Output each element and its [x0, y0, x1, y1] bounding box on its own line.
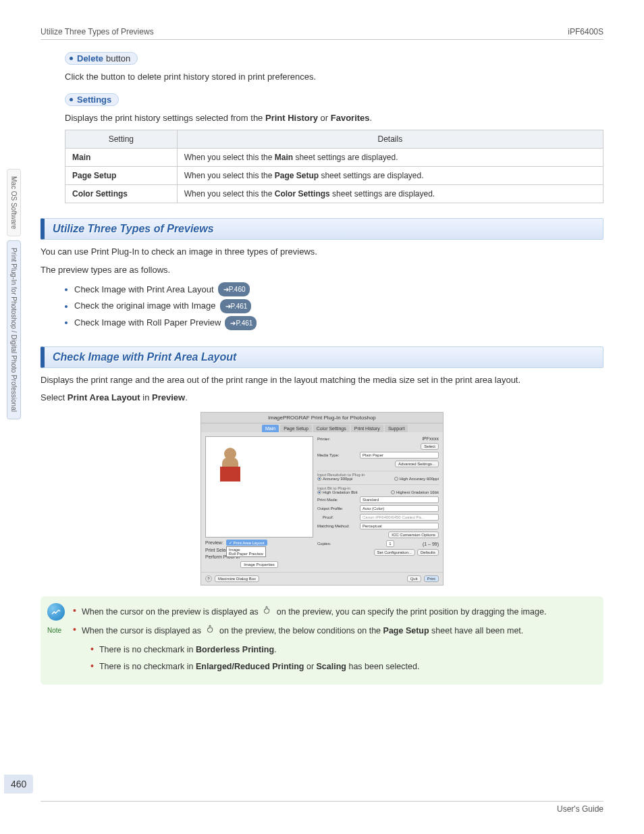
bullet-icon: •: [90, 643, 94, 657]
section-check-image: Check Image with Print Area Layout: [41, 346, 603, 368]
dialog-title: imagePROGRAF Print Plug-In for Photoshop: [201, 413, 443, 423]
set-config-button[interactable]: Set Configuration...: [374, 549, 415, 556]
media-select[interactable]: Plain Paper: [360, 452, 439, 459]
s1-p1: You can use Print Plug-In to check an im…: [41, 245, 603, 259]
table-row: Color SettingsWhen you select this the C…: [65, 185, 603, 203]
settings-table: SettingDetails MainWhen you select this …: [65, 130, 603, 203]
section-title: Utilize Three Types of Previews: [53, 223, 214, 234]
settings-header: Settings: [65, 93, 119, 106]
radio-300ppi[interactable]: Accuracy 300ppi: [317, 477, 352, 481]
list-item: Check the original image with Image➔P.46…: [65, 298, 603, 315]
delete-desc: Click the button to delete print history…: [65, 70, 603, 84]
section-title: Check Image with Print Area Layout: [53, 351, 236, 363]
dropdown-option[interactable]: Roll Paper Preview: [229, 552, 263, 556]
print-button[interactable]: Print: [424, 575, 439, 582]
page-ref-pill[interactable]: ➔P.460: [218, 282, 250, 296]
dialog-tabs: Main Page Setup Color Settings Print His…: [201, 423, 443, 432]
bullet-dot-icon: [70, 98, 73, 101]
settings-desc: Displays the print history settings sele…: [65, 111, 603, 125]
advanced-button[interactable]: Advanced Settings...: [395, 461, 439, 467]
list-item: Check Image with Roll Paper Preview➔P.46…: [65, 315, 603, 332]
screenshot-dialog: imagePROGRAF Print Plug-In for Photoshop…: [200, 412, 444, 585]
preview-list: Check Image with Print Area Layout➔P.460…: [65, 282, 603, 332]
proof-select: Canon iPF6400/6450 Coated Pa...: [360, 514, 439, 521]
page-ref-pill[interactable]: ➔P.461: [220, 299, 252, 313]
radio-16bit[interactable]: Highest Gradation 16bit: [391, 490, 439, 494]
header-right: iPF6400S: [568, 27, 603, 36]
hand-cursor-icon: [205, 623, 216, 639]
maximize-button[interactable]: Maximize Dialog Box: [215, 575, 259, 582]
tab-page-setup[interactable]: Page Setup: [280, 425, 312, 432]
icc-button[interactable]: ICC Conversion Options: [388, 531, 439, 538]
tab-support[interactable]: Support: [385, 425, 408, 432]
s2-p1: Displays the print range and the area ou…: [41, 373, 603, 388]
delete-label-bold: Delete: [77, 53, 103, 63]
note-box: Note •When the cursor on the preview is …: [41, 596, 603, 685]
s2-p2: Select Print Area Layout in Preview.: [41, 391, 603, 405]
tab-history[interactable]: Print History: [351, 425, 383, 432]
preview-area[interactable]: [205, 436, 313, 538]
header-left: Utilize Three Types of Previews: [41, 27, 154, 36]
s1-p2: The preview types are as follows.: [41, 263, 603, 278]
radio-8bit[interactable]: High Gradation 8bit: [317, 490, 358, 494]
preview-image: [217, 448, 244, 481]
bullet-icon: [65, 321, 68, 324]
tab-main[interactable]: Main: [262, 425, 279, 432]
list-item: Check Image with Print Area Layout➔P.460: [65, 282, 603, 298]
bullet-icon: [65, 288, 68, 291]
radio-600ppi[interactable]: High Accuracy 600ppi: [394, 477, 439, 481]
delete-label-plain: button: [106, 53, 130, 63]
note-label: Note: [47, 625, 61, 636]
settings-label-bold: Settings: [77, 95, 111, 105]
print-mode-select[interactable]: Standard: [360, 496, 439, 503]
tab-color[interactable]: Color Settings: [313, 425, 350, 432]
preview-dropdown[interactable]: ✓ Print Area Layout: [226, 540, 267, 546]
bullet-icon: •: [90, 660, 94, 674]
dropdown-options: Image Roll Paper Preview: [226, 546, 266, 557]
preview-label: Preview:: [205, 540, 223, 545]
table-row: Page SetupWhen you select this the Page …: [65, 167, 603, 185]
footer: User's Guide: [41, 801, 603, 814]
section-previews: Utilize Three Types of Previews: [41, 218, 603, 240]
table-row: MainWhen you select this the Main sheet …: [65, 149, 603, 167]
page-number: 460: [4, 775, 33, 793]
page-ref-pill[interactable]: ➔P.461: [225, 316, 257, 330]
bullet-icon: [65, 305, 68, 308]
select-button[interactable]: Select: [421, 443, 439, 450]
output-profile-select[interactable]: Auto (Color): [360, 505, 439, 512]
th-setting: Setting: [65, 130, 178, 149]
th-details: Details: [177, 130, 603, 149]
defaults-button[interactable]: Defaults: [417, 549, 439, 556]
quit-button[interactable]: Quit: [407, 575, 421, 582]
hand-cursor-icon: [262, 604, 273, 620]
help-icon[interactable]: ?: [205, 575, 212, 582]
image-properties-button[interactable]: Image Properties: [240, 561, 278, 568]
page-header: Utilize Three Types of Previews iPF6400S: [41, 27, 603, 40]
bullet-icon: •: [73, 604, 76, 620]
matching-select[interactable]: Perceptual: [360, 523, 439, 529]
note-icon: [47, 603, 65, 621]
bullet-icon: •: [73, 623, 76, 639]
bullet-dot-icon: [70, 57, 73, 60]
copies-input[interactable]: 1: [386, 540, 394, 547]
delete-header: Delete button: [65, 52, 138, 65]
